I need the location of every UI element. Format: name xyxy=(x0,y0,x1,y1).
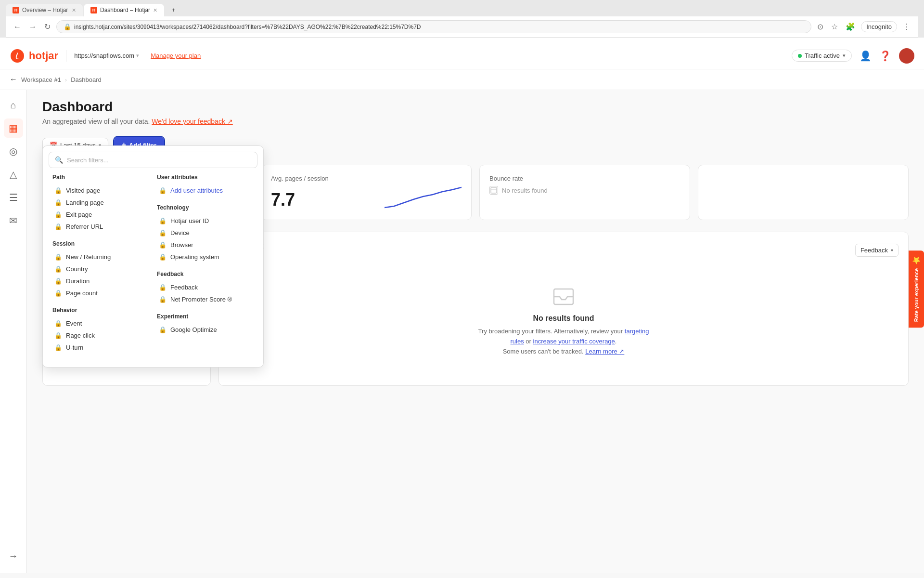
tab2-close[interactable]: ✕ xyxy=(153,7,157,13)
home-icon: ⌂ xyxy=(10,100,16,111)
filter-item-add-user-attrs[interactable]: 🔒 Add user attributes xyxy=(157,184,254,197)
page-title: Dashboard xyxy=(42,99,909,115)
increase-traffic-link[interactable]: increase your traffic coverage xyxy=(533,338,615,345)
filter-item-page-count[interactable]: 🔒 Page count xyxy=(52,287,149,299)
filter-item-os[interactable]: 🔒 Operating system xyxy=(157,251,254,263)
add-user-icon[interactable]: 👤 xyxy=(860,50,872,62)
browser-tab-2[interactable]: H Dashboard – Hotjar ✕ xyxy=(84,4,164,16)
site-url-link[interactable]: https://snapflows.com xyxy=(74,52,134,59)
extensions-button[interactable]: 🧩 xyxy=(844,20,857,33)
lock-icon-nps: 🔒 xyxy=(159,296,167,303)
sidebar-item-heatmaps[interactable]: △ xyxy=(4,165,23,184)
lock-icon-google-optimize: 🔒 xyxy=(159,326,167,333)
rate-experience-tab[interactable]: Rate your experience ⭐ xyxy=(909,250,924,328)
user-avatar[interactable] xyxy=(899,48,914,64)
tab1-title: Overview – Hotjar xyxy=(22,7,68,13)
lock-icon-os: 🔒 xyxy=(159,253,167,261)
breadcrumb-separator: › xyxy=(65,76,67,83)
manage-plan-link[interactable]: Manage your plan xyxy=(151,52,201,59)
traffic-active-button[interactable]: Traffic active ▾ xyxy=(792,50,852,62)
filter-item-nps[interactable]: 🔒 Net Promoter Score ® xyxy=(157,293,254,305)
site-url-caret: ▾ xyxy=(136,53,139,59)
reload-button[interactable]: ↻ xyxy=(42,20,52,33)
filter-item-exit-page[interactable]: 🔒 Exit page xyxy=(52,209,149,221)
sidebar-item-home[interactable]: ⌂ xyxy=(4,95,23,115)
topbar-right: Traffic active ▾ 👤 ❓ xyxy=(792,48,914,64)
menu-button[interactable]: ⋮ xyxy=(901,20,912,33)
sidebar: ⌂ ▦ ◎ △ ☰ ✉ → xyxy=(0,88,27,573)
hotjar-logo[interactable]: hotjar xyxy=(10,48,58,64)
filter-section-technology: Technology 🔒 Hotjar user ID 🔒 Device 🔒 xyxy=(157,204,254,263)
search-icon: 🔍 xyxy=(55,156,63,164)
filter-section-experiment-title: Experiment xyxy=(157,313,254,320)
sidebar-item-recordings[interactable]: ◎ xyxy=(4,142,23,161)
topbar-wrapper: hotjar https://snapflows.com ▾ Manage yo… xyxy=(0,42,924,90)
bounce-rate-no-results: No results found xyxy=(489,186,680,195)
traffic-caret: ▾ xyxy=(843,53,846,59)
feedback-link[interactable]: We'd love your feedback ↗ xyxy=(152,118,233,125)
filter-item-landing-page[interactable]: 🔒 Landing page xyxy=(52,197,149,209)
no-results-box-icon xyxy=(490,187,497,194)
filter-section-session: Session 🔒 New / Returning 🔒 Country 🔒 xyxy=(52,240,149,299)
back-button[interactable]: ← xyxy=(12,21,23,33)
breadcrumb-back-arrow[interactable]: ← xyxy=(10,75,17,84)
lock-icon-page-count: 🔒 xyxy=(54,289,62,297)
help-icon[interactable]: ❓ xyxy=(879,50,891,62)
learn-more-link[interactable]: Learn more ↗ xyxy=(585,348,624,355)
feedback-header: Feedback Feedback ▾ xyxy=(229,242,898,258)
filter-search-box[interactable]: 🔍 xyxy=(49,152,257,168)
filter-item-browser[interactable]: 🔒 Browser xyxy=(157,239,254,251)
sidebar-item-dashboard[interactable]: ▦ xyxy=(4,118,23,138)
avg-pages-label: Avg. pages / session xyxy=(271,175,462,182)
address-bar[interactable]: 🔒 insights.hotjar.com/sites/3090413/work… xyxy=(56,20,811,33)
lock-icon-referrer: 🔒 xyxy=(54,223,62,230)
filter-item-visited-page[interactable]: 🔒 Visited page xyxy=(52,184,149,197)
lock-icon-country: 🔒 xyxy=(54,265,62,273)
inbox-icon xyxy=(552,285,575,308)
filter-item-referrer-url[interactable]: 🔒 Referrer URL xyxy=(52,221,149,233)
new-tab-button[interactable]: + xyxy=(165,4,182,16)
cast-button[interactable]: ⊙ xyxy=(815,20,825,33)
filter-section-technology-title: Technology xyxy=(157,204,254,211)
filter-item-duration[interactable]: 🔒 Duration xyxy=(52,275,149,287)
sidebar-item-feedback[interactable]: ☰ xyxy=(4,188,23,207)
url-text: insights.hotjar.com/sites/3090413/worksp… xyxy=(74,24,804,30)
topbar: hotjar https://snapflows.com ▾ Manage yo… xyxy=(0,42,924,69)
sidebar-item-collapse[interactable]: → xyxy=(4,546,23,565)
forward-button[interactable]: → xyxy=(27,21,38,33)
tab1-favicon: H xyxy=(13,7,19,13)
filter-item-rage-click[interactable]: 🔒 Rage click xyxy=(52,329,149,342)
lock-icon-visited: 🔒 xyxy=(54,187,62,194)
lock-icon-u-turn: 🔒 xyxy=(54,344,62,351)
site-url[interactable]: https://snapflows.com ▾ xyxy=(74,52,139,59)
feedback-dropdown[interactable]: Feedback ▾ xyxy=(855,244,898,257)
filter-item-new-returning[interactable]: 🔒 New / Returning xyxy=(52,251,149,263)
bookmark-button[interactable]: ☆ xyxy=(829,20,840,33)
breadcrumb-workspace[interactable]: Workspace #1 xyxy=(21,76,61,83)
filter-item-u-turn[interactable]: 🔒 U-turn xyxy=(52,342,149,354)
filter-item-event[interactable]: 🔒 Event xyxy=(52,317,149,329)
filter-section-experiment: Experiment 🔒 Google Optimize xyxy=(157,313,254,336)
dashboard-icon: ▦ xyxy=(9,122,18,134)
tab2-title: Dashboard – Hotjar xyxy=(100,7,150,13)
browser-tab-1[interactable]: H Overview – Hotjar ✕ xyxy=(6,4,83,16)
sidebar-item-surveys[interactable]: ✉ xyxy=(4,211,23,230)
rate-experience-label: Rate your experience xyxy=(913,268,919,322)
lock-icon-add-user: 🔒 xyxy=(159,187,167,194)
filter-section-user-attrs: User attributes 🔒 Add user attributes xyxy=(157,174,254,197)
filter-item-device[interactable]: 🔒 Device xyxy=(157,227,254,239)
filter-item-feedback[interactable]: 🔒 Feedback xyxy=(157,281,254,293)
feedback-card: Feedback Feedback ▾ No xyxy=(218,232,909,386)
filter-section-feedback-title: Feedback xyxy=(157,271,254,277)
filter-item-country[interactable]: 🔒 Country xyxy=(52,263,149,275)
no-results-icon xyxy=(489,186,498,195)
breadcrumb-current: Dashboard xyxy=(71,76,102,83)
svg-rect-0 xyxy=(491,187,497,193)
filter-search-input[interactable] xyxy=(67,157,251,164)
filter-item-hotjar-user-id[interactable]: 🔒 Hotjar user ID xyxy=(157,215,254,227)
filter-dropdown: 🔍 Path 🔒 Visited page 🔒 xyxy=(42,145,264,368)
tab1-close[interactable]: ✕ xyxy=(72,7,76,13)
filter-section-path: Path 🔒 Visited page 🔒 Landing page 🔒 xyxy=(52,174,149,233)
filter-item-google-optimize[interactable]: 🔒 Google Optimize xyxy=(157,324,254,336)
traffic-status-label: Traffic active xyxy=(805,52,840,59)
